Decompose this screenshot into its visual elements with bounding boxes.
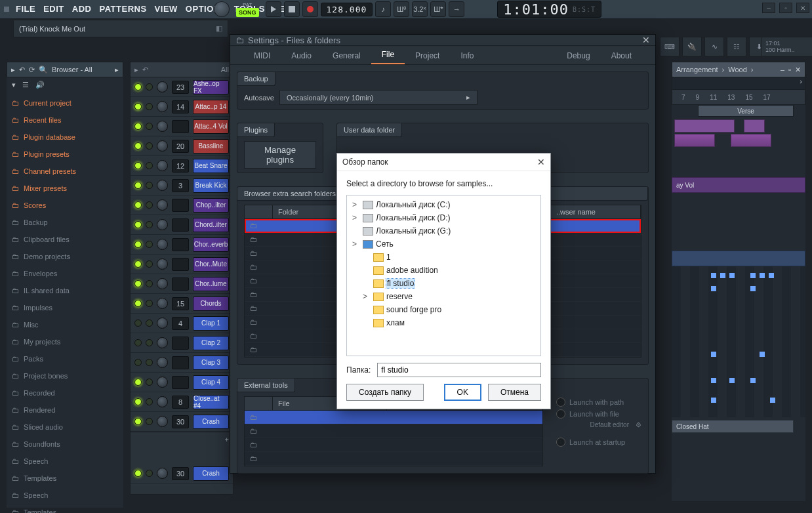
expand-icon[interactable]: ▾	[12, 81, 16, 89]
browser-options-icon[interactable]: ▸	[115, 66, 119, 74]
channel-button[interactable]: Chor..everb	[193, 237, 229, 252]
channel-led[interactable]	[134, 201, 142, 209]
close-button[interactable]: ✕	[796, 3, 809, 13]
browser-item[interactable]: 🗀Clipboard files	[7, 231, 123, 248]
channel-pan-knob[interactable]	[157, 377, 168, 388]
link-icon[interactable]: ∿	[704, 37, 724, 56]
channel-number[interactable]: 30	[172, 467, 189, 480]
menu-patterns[interactable]: PATTERNS	[95, 0, 150, 18]
browser-item[interactable]: 🗀Sliced audio	[7, 419, 123, 436]
browser-item[interactable]: 🗀Recent files	[7, 112, 123, 129]
channel-button[interactable]: Beat Snare	[193, 159, 229, 173]
channel-row[interactable]: 23Ashe..op FX	[131, 77, 233, 97]
tab-debug[interactable]: Debug	[556, 47, 600, 64]
playlist-close-icon[interactable]: ✕	[795, 66, 801, 74]
tree-node[interactable]: >Локальный диск (C:)	[348, 198, 539, 211]
channel-filter[interactable]: All	[221, 66, 229, 73]
playlist-minimize-icon[interactable]: –	[781, 66, 784, 73]
breadcrumb-wood[interactable]: Wood	[728, 66, 747, 73]
channel-button[interactable]: Bassline	[193, 139, 229, 154]
clip[interactable]	[674, 119, 735, 133]
external-tool-row[interactable]: 🗀	[245, 438, 542, 452]
channel-led[interactable]	[134, 280, 142, 287]
channel-mute-led[interactable]	[146, 142, 153, 150]
channel-number[interactable]: 12	[172, 159, 189, 173]
channel-row[interactable]: 30Crash	[131, 464, 233, 483]
channel-led[interactable]	[134, 162, 142, 169]
browser-item[interactable]: 🗀Plugin database	[7, 129, 123, 146]
expand-chevron-icon[interactable]: >	[352, 200, 360, 209]
channel-led[interactable]	[134, 260, 142, 268]
channel-mute-led[interactable]	[146, 260, 153, 268]
step-icon[interactable]: →	[449, 1, 464, 17]
channel-number[interactable]: 20	[172, 140, 189, 153]
channel-pan-knob[interactable]	[157, 337, 168, 348]
channel-led[interactable]	[134, 83, 142, 91]
minimize-button[interactable]: –	[762, 3, 775, 13]
browser-item[interactable]: 🗀Envelopes	[7, 265, 123, 282]
channel-led[interactable]	[134, 182, 142, 189]
channel-mute-led[interactable]	[146, 103, 153, 110]
tab-file[interactable]: File	[371, 46, 405, 64]
tab-midi[interactable]: MIDI	[243, 47, 281, 64]
tab-info[interactable]: Info	[450, 47, 484, 64]
channel-number[interactable]	[172, 120, 189, 133]
channel-pan-knob[interactable]	[157, 199, 168, 211]
external-tool-row[interactable]: 🗀	[245, 411, 542, 424]
channel-button[interactable]: Attac..p 14	[193, 100, 229, 114]
track-label[interactable]: ay Vol	[672, 177, 805, 193]
folder-field-input[interactable]	[377, 363, 541, 377]
timeline-ruler[interactable]: 7 9 11 13 15 17	[672, 90, 805, 105]
clip[interactable]	[744, 119, 765, 133]
channel-pan-knob[interactable]	[157, 81, 168, 92]
channel-mute-led[interactable]	[146, 182, 153, 189]
breadcrumb-arrangement[interactable]: Arrangement	[676, 66, 718, 73]
manage-plugins-button[interactable]: Manage plugins	[244, 141, 316, 169]
channel-pan-knob[interactable]	[157, 278, 168, 289]
browser-item[interactable]: 🗀Impulses	[7, 299, 123, 316]
plug-icon[interactable]: 🔌	[682, 37, 702, 56]
channel-number[interactable]: 8	[172, 396, 189, 409]
playlist-maximize-icon[interactable]: ▫	[788, 66, 791, 73]
channel-button[interactable]: Chords	[193, 297, 229, 311]
channel-row[interactable]: 20Bassline	[131, 136, 233, 156]
channel-row[interactable]: Attac..4 Vol	[131, 117, 233, 136]
wait-icon[interactable]: 3.2ˣ	[412, 1, 428, 17]
channel-row[interactable]: Clap 4	[131, 373, 233, 392]
menu-edit[interactable]: EDIT	[39, 0, 68, 18]
channel-mute-led[interactable]	[146, 280, 153, 287]
record-button[interactable]	[302, 1, 318, 17]
main-volume-knob[interactable]	[214, 1, 230, 17]
browser-item[interactable]: 🗀Plugin presets	[7, 146, 123, 163]
channel-row[interactable]: 3Break Kick	[131, 176, 233, 195]
channel-button[interactable]: Crash	[193, 415, 229, 429]
channel-row[interactable]: Chor..everb	[131, 235, 233, 255]
channel-number[interactable]	[172, 277, 189, 291]
folder-tree[interactable]: >Локальный диск (C:)>Локальный диск (D:)…	[346, 195, 541, 356]
channel-button[interactable]: Clap 4	[193, 375, 229, 390]
menu-add[interactable]: ADD	[68, 0, 96, 18]
refresh-icon[interactable]: ⟳	[29, 66, 35, 74]
channel-number[interactable]: 3	[172, 179, 189, 192]
channel-pan-knob[interactable]	[157, 140, 168, 152]
tab-general[interactable]: General	[322, 47, 371, 64]
channel-led[interactable]	[134, 103, 142, 110]
channel-number[interactable]	[172, 238, 189, 251]
tree-node[interactable]: fl studio	[348, 277, 539, 290]
channel-pan-knob[interactable]	[157, 298, 168, 309]
playlist-scroll[interactable]: ›	[672, 77, 805, 90]
channel-number[interactable]: 14	[172, 100, 189, 113]
channel-led[interactable]	[134, 300, 142, 307]
channel-led[interactable]	[134, 123, 142, 130]
channel-led[interactable]	[134, 470, 142, 477]
browser-item[interactable]: 🗀Rendered	[7, 401, 123, 419]
add-channel-button[interactable]: +	[131, 432, 233, 447]
channel-number[interactable]	[172, 199, 189, 212]
menu-file[interactable]: FILE	[12, 0, 39, 18]
channel-button[interactable]: Clap 2	[193, 336, 229, 350]
channel-number[interactable]	[172, 356, 189, 369]
tempo-display[interactable]: 128.000	[321, 3, 373, 16]
channel-button[interactable]: Chor..lume	[193, 277, 229, 291]
browser-item[interactable]: 🗀Packs	[7, 350, 123, 367]
channel-pan-knob[interactable]	[157, 121, 168, 132]
